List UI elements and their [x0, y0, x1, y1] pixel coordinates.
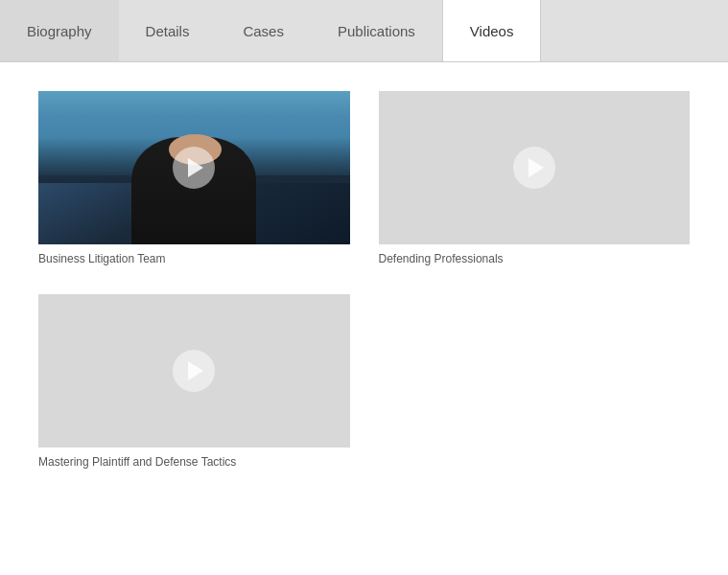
tab-videos[interactable]: Videos [442, 0, 542, 61]
play-button-1[interactable] [173, 147, 215, 189]
video-item-3: Mastering Plaintiff and Defense Tactics [38, 294, 350, 469]
video-caption-1: Business Litigation Team [38, 252, 350, 265]
video-row-1: Business Litigation Team Defending Profe… [38, 91, 690, 265]
video-thumbnail-3[interactable] [38, 294, 350, 448]
video-item-1: Business Litigation Team [38, 91, 350, 265]
play-button-2[interactable] [513, 147, 555, 189]
tab-details[interactable]: Details [119, 0, 217, 61]
video-row-2: Mastering Plaintiff and Defense Tactics [38, 294, 690, 469]
tab-biography[interactable]: Biography [0, 0, 119, 61]
video-item-empty [379, 294, 691, 469]
tab-publications[interactable]: Publications [311, 0, 442, 61]
video-item-2: Defending Professionals [379, 91, 691, 265]
video-caption-3: Mastering Plaintiff and Defense Tactics [38, 455, 350, 469]
tab-bar: Biography Details Cases Publications Vid… [0, 0, 728, 62]
tab-cases[interactable]: Cases [216, 0, 311, 61]
video-caption-2: Defending Professionals [379, 252, 691, 265]
video-thumbnail-1[interactable] [38, 91, 350, 244]
video-thumbnail-2[interactable] [379, 91, 691, 244]
videos-content: Business Litigation Team Defending Profe… [0, 62, 728, 575]
play-button-3[interactable] [173, 350, 215, 392]
